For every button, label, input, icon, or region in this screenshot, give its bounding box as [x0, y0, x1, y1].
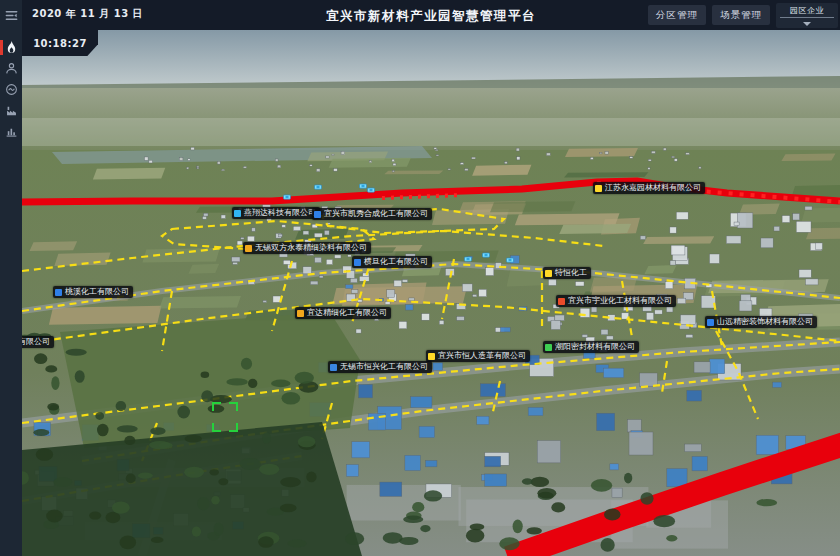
- dropdown-underline: [780, 17, 834, 18]
- bar-chart-icon[interactable]: [0, 121, 22, 142]
- flame-icon[interactable]: [0, 37, 22, 58]
- company-label-text: 宜兴市宇业化工材料有限公司: [568, 295, 672, 307]
- company-label-text: 无锡市恒兴化工有限公司: [340, 361, 428, 373]
- top-bar: 2020 年 11 月 13 日 宜兴市新材料产业园智慧管理平台 分区管理 场景…: [22, 0, 840, 30]
- company-marker-icon: [314, 211, 321, 218]
- company-marker-icon: [55, 289, 62, 296]
- map-3d-viewport[interactable]: [22, 30, 840, 556]
- scene-management-button[interactable]: 场景管理: [712, 5, 770, 25]
- company-label-text: 山远精密装饰材料有限公司: [717, 316, 813, 328]
- company-marker-icon: [297, 310, 304, 317]
- vehicle-marker: [368, 188, 375, 192]
- factory-icon[interactable]: [0, 100, 22, 121]
- company-label[interactable]: 宜兴市宇业化工材料有限公司: [556, 295, 676, 307]
- zone-management-button[interactable]: 分区管理: [648, 5, 706, 25]
- company-marker-icon: [545, 344, 552, 351]
- vehicle-marker: [360, 184, 367, 188]
- company-label-text: 燕翔达科技有限公司: [244, 207, 316, 219]
- map-3d-scene[interactable]: [22, 30, 840, 556]
- company-label[interactable]: 桃溪化工有限公司: [53, 286, 133, 298]
- company-label-text: 宜达精细化工有限公司: [307, 307, 387, 319]
- company-label[interactable]: 宜兴市凯秀合成化工有限公司: [312, 208, 432, 220]
- company-label[interactable]: 宜兴市恒人造革有限公司: [426, 350, 530, 362]
- company-label[interactable]: 无锡市恒兴化工有限公司: [328, 361, 432, 373]
- company-label-text: 特恒化工: [555, 267, 587, 279]
- time-panel: 10:18:27: [22, 30, 98, 56]
- gauge-icon[interactable]: [0, 79, 22, 100]
- company-label[interactable]: 特恒化工: [543, 267, 591, 279]
- app-root: { "header": { "date": "2020 年 11 月 13 日"…: [0, 0, 840, 556]
- vehicle-marker: [507, 258, 514, 262]
- company-marker-icon: [428, 353, 435, 360]
- vehicle-marker: [315, 185, 322, 189]
- company-label[interactable]: 山远精密装饰材料有限公司: [705, 316, 817, 328]
- user-icon[interactable]: [0, 58, 22, 79]
- park-enterprise-dropdown[interactable]: 园区企业: [776, 3, 838, 28]
- vehicle-marker: [465, 257, 472, 261]
- company-marker-icon: [595, 185, 602, 192]
- company-marker-icon: [558, 298, 565, 305]
- company-label-text: 横旦化工有限公司: [364, 256, 428, 268]
- chevron-down-icon: [803, 22, 811, 26]
- company-label[interactable]: 无锡双方永泰精细染料有限公司: [243, 242, 371, 254]
- company-label[interactable]: 宜达精细化工有限公司: [295, 307, 391, 319]
- company-marker-icon: [245, 245, 252, 252]
- company-marker-icon: [234, 210, 241, 217]
- company-label-text: 江苏永嘉园林材料有限公司: [605, 182, 701, 194]
- company-marker-icon: [707, 319, 714, 326]
- dropdown-label: 园区企业: [776, 5, 838, 16]
- company-label-text: 无锡双方永泰精细染料有限公司: [255, 242, 367, 254]
- company-label-text: 宜兴市凯秀合成化工有限公司: [324, 208, 428, 220]
- current-time: 10:18:27: [33, 38, 87, 49]
- menu-icon[interactable]: [0, 5, 22, 26]
- company-label[interactable]: 江苏永嘉园林材料有限公司: [593, 182, 705, 194]
- vehicle-marker: [284, 195, 291, 199]
- company-marker-icon: [330, 364, 337, 371]
- company-label[interactable]: 燕翔达科技有限公司: [232, 207, 320, 219]
- company-label[interactable]: 潮阳密封材料有限公司: [543, 341, 639, 353]
- company-label-text: 宜兴市恒人造革有限公司: [438, 350, 526, 362]
- haze-band: [22, 118, 840, 146]
- company-marker-icon: [545, 270, 552, 277]
- company-marker-icon: [354, 259, 361, 266]
- company-label[interactable]: 横旦化工有限公司: [352, 256, 432, 268]
- company-label-text: 潮阳密封材料有限公司: [555, 341, 635, 353]
- vehicle-marker: [483, 253, 490, 257]
- company-label-text: 桃溪化工有限公司: [65, 286, 129, 298]
- sidebar: [0, 0, 22, 556]
